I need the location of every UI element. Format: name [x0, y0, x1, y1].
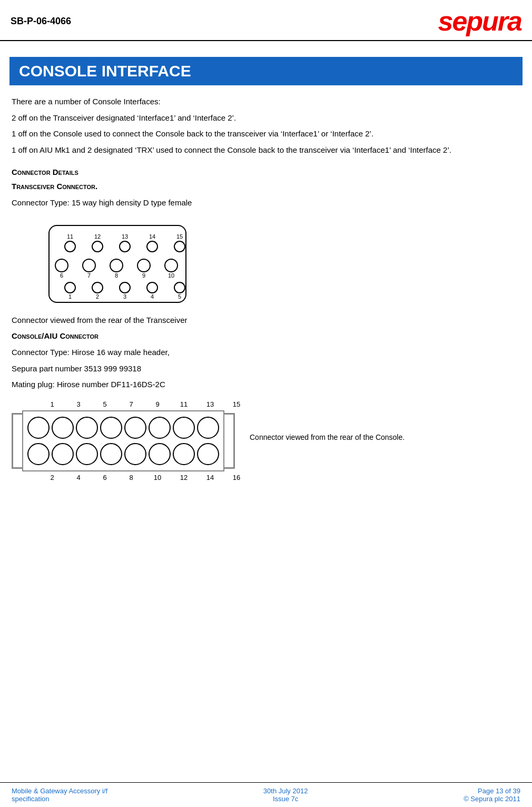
transceiver-note: Connector viewed from the rear of the Tr… — [12, 314, 520, 327]
pin-3: 3 — [119, 282, 131, 300]
aiu-pin-10 — [124, 443, 146, 465]
transceiver-type: Connector Type: 15 way high density D ty… — [12, 197, 520, 209]
pin-1: 1 — [64, 282, 76, 300]
content: There are a number of Console Interfaces… — [0, 96, 532, 481]
footer-center-line2: Issue 7c — [263, 795, 308, 803]
footer-center-line1: 30th July 2012 — [263, 787, 308, 795]
footer-center: 30th July 2012 Issue 7c — [263, 787, 308, 803]
aiu-pin-5 — [76, 417, 98, 439]
aiu-pin-14 — [173, 443, 195, 465]
aiu-pin-row-bottom — [27, 443, 219, 465]
aiu-connector-box — [22, 410, 224, 471]
aiu-pin-13 — [173, 417, 195, 439]
pin-5: 5 — [174, 282, 185, 300]
footer-right-line1: Page 13 of 39 — [464, 787, 520, 795]
aiu-pin-16 — [197, 443, 219, 465]
aiu-pin-9 — [124, 417, 146, 439]
doc-id: SB-P-06-4066 — [11, 16, 71, 27]
aiu-diagram-wrap: 1 3 5 7 9 11 13 15 — [12, 400, 520, 481]
aiu-connector-row — [12, 410, 250, 471]
para-4: 1 off on AIU Mk1 and 2 designated ‘TRX’ … — [12, 144, 520, 156]
aiu-heading: Console/AIU Connector — [12, 331, 520, 340]
pin-8: 8 — [110, 259, 123, 279]
pin-12: 12 — [92, 233, 103, 252]
para-1: There are a number of Console Interfaces… — [12, 96, 520, 108]
pin-2: 2 — [92, 282, 103, 300]
para-2: 2 off on the Transceiver designated ‘Int… — [12, 112, 520, 124]
aiu-top-labels: 1 3 5 7 9 11 13 15 — [39, 400, 250, 408]
aiu-type-3: Mating plug: Hirose number DF11-16DS-2C — [12, 379, 520, 391]
connector-details-heading: Connector Details — [12, 168, 520, 176]
aiu-bottom-labels: 2 4 6 8 10 12 14 16 — [39, 474, 250, 481]
pin-7: 7 — [82, 259, 96, 279]
page: SB-P-06-4066 sepura CONSOLE INTERFACE Th… — [0, 0, 532, 807]
aiu-type-2: Sepura part number 3513 999 99318 — [12, 363, 520, 375]
section-banner: CONSOLE INTERFACE — [9, 57, 523, 85]
aiu-type-1: Connector Type: Hirose 16 way male heade… — [12, 347, 520, 359]
pin-4: 4 — [146, 282, 158, 300]
footer: Mobile & Gateway Accessory i/f specifica… — [0, 782, 532, 807]
pin-6: 6 — [55, 259, 68, 279]
pin-row-top: 11 12 13 14 15 — [64, 233, 185, 252]
transceiver-connector-heading: Transceiver Connector. — [12, 182, 520, 191]
aiu-pin-1 — [27, 417, 50, 439]
pin-13: 13 — [119, 233, 131, 252]
footer-left-line2: specification — [12, 795, 107, 803]
footer-left: Mobile & Gateway Accessory i/f specifica… — [12, 787, 107, 803]
pin-9: 9 — [137, 259, 151, 279]
aiu-pin-11 — [149, 417, 171, 439]
aiu-note: Connector viewed from the rear of the Co… — [250, 400, 405, 443]
pin-11: 11 — [64, 233, 76, 252]
pin-row-bot: 1 2 3 4 5 — [64, 282, 185, 300]
aiu-pin-2 — [27, 443, 50, 465]
logo: sepura — [438, 5, 521, 37]
footer-left-line1: Mobile & Gateway Accessory i/f — [12, 787, 107, 795]
pin-14: 14 — [146, 233, 158, 252]
aiu-diagram: 1 3 5 7 9 11 13 15 — [12, 400, 250, 481]
transceiver-diagram: 11 12 13 14 15 — [38, 220, 196, 309]
footer-right-line2: © Sepura plc 2011 — [464, 795, 520, 803]
pin-10: 10 — [164, 259, 178, 279]
aiu-pin-6 — [76, 443, 98, 465]
aiu-pin-3 — [52, 417, 74, 439]
aiu-pin-8 — [100, 443, 122, 465]
aiu-pin-12 — [149, 443, 171, 465]
para-3: 1 off on the Console used to connect the… — [12, 128, 520, 140]
aiu-pin-4 — [52, 443, 74, 465]
aiu-right-bracket — [224, 413, 235, 469]
aiu-left-bracket — [12, 413, 22, 469]
aiu-pin-15 — [197, 417, 219, 439]
footer-right: Page 13 of 39 © Sepura plc 2011 — [464, 787, 520, 803]
pin-row-mid: 6 7 8 9 10 — [55, 259, 178, 279]
aiu-pin-row-top — [27, 417, 219, 439]
section-title: CONSOLE INTERFACE — [19, 62, 191, 80]
aiu-pin-7 — [100, 417, 122, 439]
header: SB-P-06-4066 sepura — [0, 0, 532, 41]
pin-15: 15 — [174, 233, 185, 252]
